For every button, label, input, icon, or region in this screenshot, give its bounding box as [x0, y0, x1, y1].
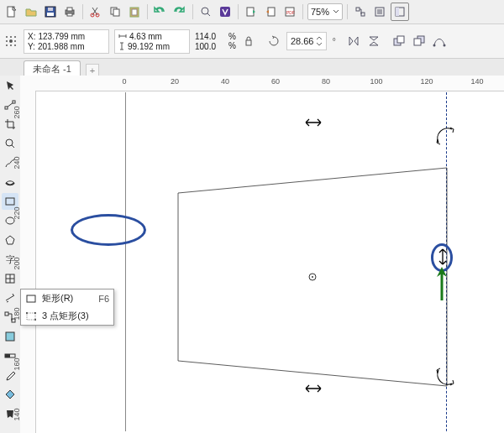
search-icon[interactable]	[197, 3, 214, 20]
svg-point-38	[433, 44, 435, 47]
zoom-value: 75%	[311, 7, 329, 17]
svg-rect-40	[5, 107, 8, 109]
standard-toolbar: PDF 75%	[0, 0, 504, 24]
cut-icon[interactable]	[87, 3, 104, 20]
dimension-tool[interactable]	[2, 290, 18, 306]
skew-handle-top[interactable]	[302, 116, 324, 129]
percent-label: %	[228, 41, 236, 50]
svg-rect-53	[27, 313, 35, 320]
publish-pdf-icon[interactable]: PDF	[281, 3, 298, 20]
print-icon[interactable]	[61, 3, 78, 20]
zoom-tool[interactable]	[2, 135, 18, 152]
mirror-v-icon[interactable]	[366, 34, 381, 49]
svg-text:PDF: PDF	[286, 10, 295, 15]
svg-point-28	[9, 39, 13, 43]
width-icon	[118, 33, 127, 39]
svg-point-29	[14, 40, 16, 42]
flyout-rectangle[interactable]: 矩形(R) F6	[21, 290, 113, 307]
flyout-rect-shortcut: F6	[98, 294, 109, 304]
svg-rect-37	[414, 39, 421, 45]
svg-rect-5	[67, 8, 72, 11]
svg-point-31	[10, 44, 12, 46]
save-icon[interactable]	[42, 3, 59, 20]
svg-rect-16	[268, 8, 275, 16]
width-value: 4.63 mm	[129, 32, 162, 41]
copy-icon[interactable]	[107, 3, 123, 20]
annotation-oval-left	[71, 214, 146, 246]
skew-handle-right[interactable]	[436, 246, 449, 268]
interactive-fill-tool[interactable]	[2, 386, 18, 403]
open-icon[interactable]	[23, 3, 39, 20]
svg-point-27	[6, 40, 8, 42]
tab-active[interactable]: 未命名 -1	[24, 60, 81, 77]
height-icon	[118, 42, 125, 50]
zoom-level[interactable]: 75%	[307, 3, 343, 20]
app-launcher-icon[interactable]	[217, 3, 234, 20]
layout-icon[interactable]	[391, 3, 409, 21]
rotate-handle-tr[interactable]	[433, 124, 457, 148]
origin-line	[125, 92, 126, 431]
pick-tool[interactable]	[2, 77, 18, 94]
svg-rect-19	[356, 8, 360, 11]
selected-shape[interactable]	[161, 130, 455, 390]
height-value: 99.192 mm	[128, 42, 170, 51]
redo-icon[interactable]	[171, 3, 188, 20]
svg-point-39	[443, 44, 445, 47]
edit-fill-icon[interactable]	[2, 328, 18, 345]
export-icon[interactable]	[262, 3, 279, 20]
y-value: 201.988 mm	[38, 42, 85, 51]
svg-point-26	[14, 36, 16, 38]
rectangle-icon	[25, 293, 37, 305]
convert-curves-icon[interactable]	[432, 34, 447, 49]
svg-rect-10	[113, 9, 119, 16]
new-icon[interactable]	[3, 3, 20, 20]
flyout-3pt-rectangle[interactable]: 3 点矩形(3)	[21, 307, 113, 325]
rotate-handle-br[interactable]	[433, 365, 457, 389]
scale-y-value: 100.0	[195, 42, 216, 51]
svg-point-58	[309, 274, 316, 280]
x-value: 123.799 mm	[38, 32, 85, 41]
artistic-media-tool[interactable]	[2, 174, 18, 190]
lock-ratio-icon[interactable]	[241, 34, 256, 49]
table-tool[interactable]	[2, 270, 18, 287]
to-front-icon[interactable]	[391, 34, 407, 49]
svg-point-56	[34, 319, 36, 321]
separator	[302, 4, 303, 19]
angle-value: 28.66	[291, 36, 314, 46]
rotation-field[interactable]: 28.66	[286, 32, 328, 50]
polygon-tool[interactable]	[2, 232, 18, 248]
snap-icon[interactable]	[352, 3, 369, 20]
svg-point-25	[10, 36, 12, 38]
svg-rect-49	[6, 332, 14, 341]
scale-fields[interactable]: 114.0 100.0	[195, 32, 223, 51]
import-icon[interactable]	[243, 3, 260, 20]
size-fields[interactable]: 4.63 mm 99.192 mm	[114, 29, 190, 54]
svg-point-54	[26, 312, 28, 314]
vertical-ruler[interactable]: 260 240 220 200 180 160 140	[20, 91, 36, 433]
scale-x-value: 114.0	[195, 32, 216, 41]
svg-rect-3	[48, 8, 53, 11]
svg-point-13	[202, 8, 208, 14]
separator	[147, 4, 148, 19]
paste-icon[interactable]	[126, 3, 143, 20]
svg-rect-35	[397, 36, 404, 43]
separator	[347, 4, 348, 19]
separator	[192, 4, 193, 19]
property-bar: X:123.799 mm Y:201.988 mm 4.63 mm 99.192…	[0, 24, 504, 59]
separator	[238, 4, 239, 19]
svg-point-32	[14, 44, 16, 46]
svg-rect-6	[67, 13, 72, 16]
position-fields[interactable]: X:123.799 mm Y:201.988 mm	[24, 29, 109, 54]
svg-rect-43	[6, 198, 14, 205]
horizontal-ruler[interactable]: 0 20 40 60 80 100 120 140	[20, 76, 504, 91]
drawing-canvas[interactable]	[37, 92, 502, 431]
undo-icon[interactable]	[152, 3, 169, 20]
rectangle-flyout: 矩形(R) F6 3 点矩形(3)	[20, 289, 114, 326]
object-position-icon	[3, 34, 18, 49]
mirror-h-icon[interactable]	[346, 34, 361, 49]
workspace: 字 ⤡ 0 20 40 60 80 100 120 140 260 240 22…	[0, 76, 504, 433]
svg-point-30	[6, 44, 8, 46]
options-icon[interactable]	[371, 3, 388, 20]
skew-handle-bottom[interactable]	[302, 382, 324, 395]
to-back-icon[interactable]	[412, 34, 427, 49]
